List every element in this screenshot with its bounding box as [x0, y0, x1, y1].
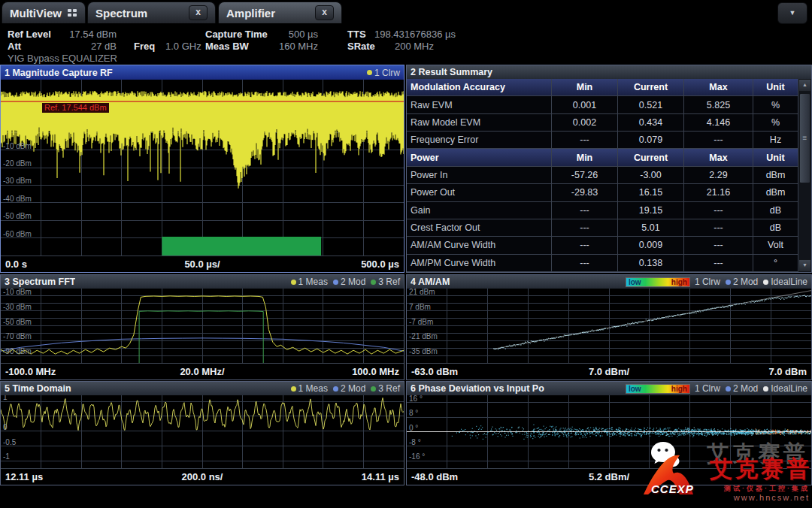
time-domain-titlebar[interactable]: 5 Time Domain 1 Meas 2 Mod 3 Ref: [1, 382, 404, 395]
x-start-label: -100.0 MHz: [5, 366, 56, 377]
result-min: 0.001: [552, 96, 618, 113]
channel-info-bar: Ref Level 17.54 dBm Att 27 dB Freq 1.0 G…: [0, 26, 812, 65]
result-current: 0.521: [618, 96, 684, 113]
tab-spectrum[interactable]: Spectrum x: [87, 2, 216, 23]
result-max: ---: [684, 255, 753, 271]
x-scale-label: 7.0 dBm/: [407, 366, 811, 377]
trace-1-label: 1 Clrw: [695, 383, 720, 394]
magnitude-capture-plot[interactable]: Ref. 17.544 dBm -10 dBm-20 dBm-30 dBm-40…: [1, 80, 404, 256]
time-domain-xaxis: 200.0 ns/ 12.11 µs 14.11 µs: [1, 468, 404, 485]
result-max: ---: [684, 132, 753, 148]
trace-1-label: 1 Clrw: [374, 68, 400, 78]
result-current: 5.01: [618, 219, 684, 236]
table-row: Raw EVM0.0010.5215.825%: [407, 96, 798, 113]
result-unit: Hz: [753, 132, 798, 148]
table-row: Frequency Error---0.079---Hz: [407, 132, 798, 149]
close-icon[interactable]: x: [189, 5, 208, 20]
chevron-down-icon: ▼: [789, 10, 796, 17]
result-unit: dBm: [753, 167, 798, 183]
scroll-down-button[interactable]: ▼: [798, 259, 811, 272]
close-icon[interactable]: x: [315, 5, 334, 20]
window-dropdown-button[interactable]: ▼: [777, 2, 807, 24]
x-start-label: -63.0 dBm: [411, 366, 458, 377]
trace-3-label: 3 Ref: [378, 277, 400, 287]
spectrum-fft-xaxis: 20.0 MHz/ -100.0 MHz 100.0 MHz: [1, 363, 404, 379]
att-value: 27 dB: [53, 41, 117, 52]
column-header-unit: Unit: [753, 149, 798, 165]
result-name: Gain: [407, 202, 552, 219]
x-scale-label: 50.0 µs/: [1, 259, 404, 270]
result-max: ---: [684, 237, 753, 253]
scrollbar-track[interactable]: ≡: [798, 92, 811, 259]
result-current: 0.138: [618, 255, 684, 271]
column-header-min: Min: [552, 149, 618, 165]
x-start-label: 0.0 s: [5, 259, 27, 270]
table-row: Power In-57.26-3.002.29dBm: [407, 167, 798, 184]
trace-2-label: 2 Mod: [341, 383, 365, 394]
result-unit: dB: [753, 202, 798, 219]
tab-multiview[interactable]: MultiView: [2, 2, 86, 23]
table-row: Gain---19.15---dB: [407, 202, 798, 219]
result-max: 4.146: [684, 114, 753, 131]
ref-level-label: Ref Level: [8, 29, 51, 40]
trace-2-label: 2 Mod: [341, 277, 365, 287]
phase-deviation-plot[interactable]: 16 °8 °0 °-8 °-16 °: [407, 395, 811, 468]
magnitude-capture-xaxis: 50.0 µs/ 0.0 s 500.0 µs: [1, 256, 404, 272]
result-current: 0.009: [618, 237, 684, 253]
trace-2-dot: [726, 280, 731, 285]
column-header-unit: Unit: [753, 79, 798, 95]
result-max: ---: [684, 219, 753, 236]
tab-multiview-label: MultiView: [10, 7, 62, 20]
tab-bar: MultiView Spectrum x Amplifier x ▼: [0, 0, 812, 26]
result-name: Raw EVM: [407, 96, 552, 113]
result-name: Frequency Error: [407, 132, 552, 148]
colorbar-high-label: high: [671, 278, 687, 286]
result-min: ---: [552, 132, 618, 148]
freq-value: 1.0 GHz: [165, 41, 201, 52]
tab-spectrum-label: Spectrum: [95, 7, 147, 20]
tts-label: TTS: [347, 29, 366, 40]
am-am-plot[interactable]: 21 dBm7 dBm-7 dBm-21 dBm-35 dBm: [407, 289, 811, 363]
magnitude-capture-titlebar[interactable]: 1 Magnitude Capture RF 1 Clrw: [1, 65, 404, 80]
tts-value: 198.431676836 µs: [374, 29, 456, 40]
trace-3-dot: [371, 280, 376, 285]
trace-1-label: 1 Meas: [298, 383, 328, 394]
section-header-label: Power: [407, 149, 552, 165]
result-max: 2.29: [684, 167, 753, 183]
result-min: 0.002: [552, 114, 618, 131]
phase-deviation-titlebar[interactable]: 6 Phase Deviation vs Input Po low high 1…: [407, 382, 811, 395]
result-summary-titlebar[interactable]: 2 Result Summary: [407, 65, 811, 79]
trace-1-dot: [367, 70, 372, 75]
time-domain-plot[interactable]: 10-0.5-1: [1, 395, 404, 468]
column-header-min: Min: [552, 79, 618, 95]
trace-2-label: 2 Mod: [733, 277, 758, 287]
trace-2-dot: [333, 280, 338, 285]
ideal-line-dot: [763, 280, 768, 285]
am-am-xaxis: 7.0 dBm/ -63.0 dBm 7.0 dBm: [407, 363, 811, 379]
result-name: Crest Factor Out: [407, 219, 552, 236]
scrollbar-thumb[interactable]: ≡: [799, 93, 810, 183]
trace-3-label: 3 Ref: [378, 383, 400, 394]
spectrum-fft-titlebar[interactable]: 3 Spectrum FFT 1 Meas 2 Mod 3 Ref: [1, 275, 404, 289]
analyzer-screen: MultiView Spectrum x Amplifier x ▼ Ref L…: [0, 0, 812, 508]
tab-amplifier[interactable]: Amplifier x: [218, 2, 342, 23]
colorbar-low-label: low: [629, 278, 641, 286]
spectrum-fft-plot[interactable]: -10 dBm-30 dBm-50 dBm-70 dBm-90 dBm: [1, 289, 404, 363]
result-name: Power Out: [407, 184, 552, 201]
am-am-titlebar[interactable]: 4 AM/AM low high 1 Clrw 2 Mod IdealLine: [407, 275, 811, 289]
trace-2-dot: [726, 386, 731, 392]
result-name: AM/AM Curve Width: [407, 237, 552, 253]
multiview-grid-icon: [68, 9, 77, 17]
srate-value: 200 MHz: [380, 41, 434, 52]
scroll-up-button[interactable]: ▲: [798, 79, 811, 92]
window-spectrum-fft: 3 Spectrum FFT 1 Meas 2 Mod 3 Ref -10 dB…: [0, 274, 404, 380]
watermark-url: www.hncsw.net: [734, 493, 810, 502]
x-end-label: 500.0 µs: [361, 259, 399, 270]
window-time-domain: 5 Time Domain 1 Meas 2 Mod 3 Ref 10-0.5-…: [0, 381, 404, 485]
trace-legend: 1 Clrw 2 Mod IdealLine: [695, 383, 807, 394]
scrollbar[interactable]: ▲ ≡ ▼: [798, 79, 811, 272]
ideal-line-dot: [763, 386, 768, 392]
result-min: ---: [552, 219, 618, 236]
density-colorbar: low high: [626, 277, 690, 287]
table-row: Power Out-29.8316.1521.16dBm: [407, 184, 798, 201]
